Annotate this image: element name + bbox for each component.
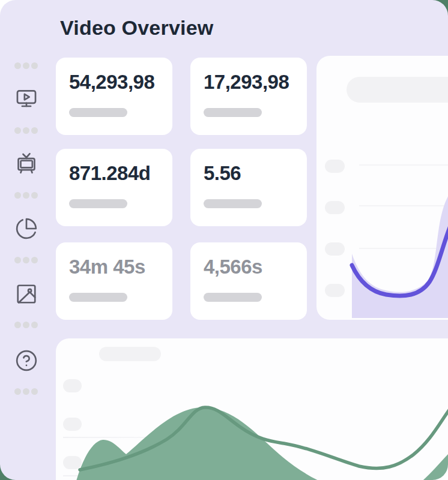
- help-icon: [15, 349, 38, 374]
- sidebar-item-media[interactable]: [14, 283, 38, 308]
- image-icon: [15, 283, 38, 308]
- stat-label-placeholder: [204, 199, 262, 208]
- stat-label-placeholder: [69, 108, 127, 117]
- main-panel: Video Overview: [0, 0, 448, 480]
- page-title: Video Overview: [60, 16, 213, 40]
- views-trend-chart-card: [316, 56, 448, 320]
- dashboard-screen: Video Overview: [0, 0, 448, 480]
- purple-line-chart: [316, 56, 448, 320]
- green-area-chart: [56, 338, 448, 480]
- sidebar-dots-placeholder: [14, 388, 38, 395]
- stat-card-avg-duration[interactable]: 34m 45s: [56, 242, 172, 320]
- stat-card-views[interactable]: 54,293,98: [56, 58, 172, 135]
- monitor-play-icon: [15, 87, 38, 112]
- pie-chart-icon: [15, 217, 38, 242]
- sidebar-item-analytics[interactable]: [14, 217, 38, 242]
- stat-value: 17,293,98: [204, 71, 289, 94]
- sidebar-item-help[interactable]: [14, 349, 38, 374]
- sidebar-dots-placeholder: [14, 62, 38, 69]
- stat-card-rate[interactable]: 5.56: [190, 149, 307, 226]
- sidebar-dots-placeholder: [14, 127, 38, 134]
- engagement-trend-chart-card: [56, 338, 448, 480]
- stat-value: 5.56: [204, 162, 241, 185]
- stat-card-watch-days[interactable]: 871.284d: [56, 149, 172, 226]
- stat-label-placeholder: [204, 108, 262, 117]
- stat-label-placeholder: [204, 293, 262, 302]
- stat-value: 54,293,98: [69, 71, 154, 94]
- sidebar-dots-placeholder: [14, 192, 38, 199]
- stat-value: 34m 45s: [69, 256, 145, 278]
- sidebar-item-channel[interactable]: [14, 152, 38, 177]
- sidebar-dots-placeholder: [14, 257, 38, 263]
- stat-card-impressions[interactable]: 17,293,98: [190, 58, 307, 135]
- sidebar-dots-placeholder: [14, 322, 38, 328]
- stat-card-seconds[interactable]: 4,566s: [190, 242, 307, 320]
- stat-label-placeholder: [69, 199, 127, 208]
- stat-label-placeholder: [69, 293, 127, 302]
- stat-value: 871.284d: [69, 162, 150, 185]
- stat-value: 4,566s: [204, 256, 262, 278]
- sidebar-item-videos[interactable]: [14, 87, 38, 112]
- tv-icon: [15, 152, 38, 177]
